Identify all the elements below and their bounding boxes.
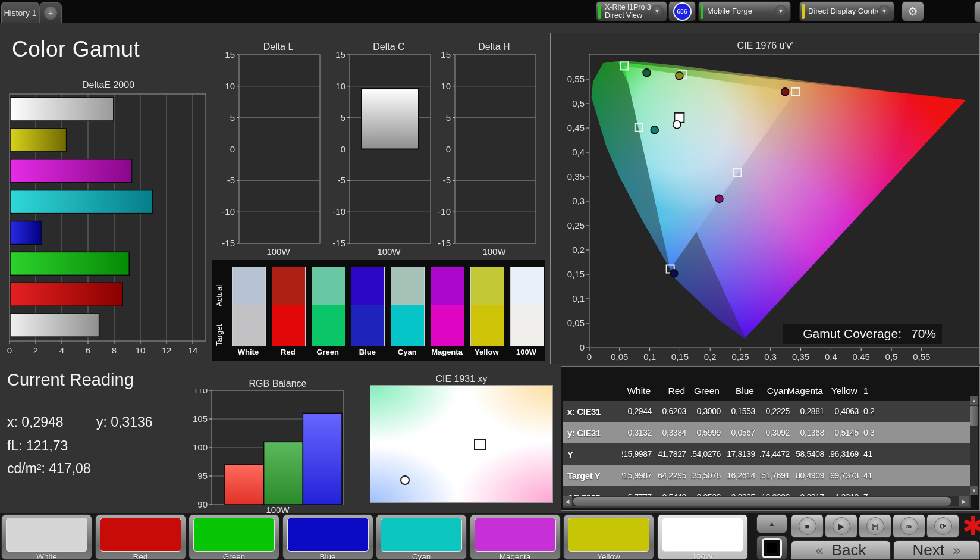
svg-text:8: 8: [112, 345, 117, 355]
page-title: Color Gamut: [12, 37, 140, 62]
swatch-label: Red: [271, 348, 305, 356]
horizontal-scroll-thumb[interactable]: [573, 497, 951, 506]
next-button[interactable]: Next »: [893, 540, 980, 560]
add-tab-button[interactable]: +: [39, 2, 62, 23]
scroll-right-button[interactable]: ▶: [959, 496, 969, 506]
swatch-actual: [391, 267, 424, 305]
table-cell-partial: 41: [863, 443, 884, 465]
vertical-scroll-thumb[interactable]: [970, 406, 978, 426]
loop-button[interactable]: ∞: [893, 514, 925, 538]
pattern-label: Cyan: [376, 552, 466, 560]
table-cell: 0,3132: [622, 422, 657, 443]
swatch-compare-panel: Actual Target WhiteRedGreenBlueCyanMagen…: [212, 260, 545, 361]
svg-text:0,15: 0,15: [567, 269, 585, 279]
pattern-button-100w[interactable]: 100W: [657, 514, 748, 560]
pattern-button-green[interactable]: Green: [189, 514, 279, 560]
table-cell-partial: 0,3: [863, 422, 884, 443]
row-label: x: CIE31: [563, 401, 622, 422]
collapse-button[interactable]: ▲: [756, 514, 787, 533]
current-reading-title: Current Reading: [7, 370, 134, 390]
svg-text:-15: -15: [438, 238, 451, 246]
measure-marker-green: [643, 69, 651, 77]
swatch-actual: [312, 267, 345, 305]
pattern-button-yellow[interactable]: Yellow: [563, 514, 654, 560]
svg-text:110: 110: [193, 389, 208, 395]
meter-id-button[interactable]: 686: [668, 1, 696, 21]
partial-button[interactable]: [974, 1, 980, 23]
measure-marker-red: [781, 88, 789, 96]
scroll-up-button[interactable]: ▲: [970, 396, 978, 405]
scroll-left-button[interactable]: ◀: [563, 496, 572, 506]
reading-x: x: 0,2948: [7, 414, 64, 430]
table-cell: 0,3092: [760, 422, 794, 443]
display-control-dropdown[interactable]: Direct Display Control ▼: [799, 1, 894, 21]
chevron-down-icon: ▼: [878, 5, 891, 18]
pattern-swatch: [662, 518, 743, 552]
chevron-down-icon: ▼: [774, 5, 787, 18]
svg-text:0,25: 0,25: [731, 352, 749, 362]
svg-text:0,55: 0,55: [567, 74, 585, 84]
table-vertical-scrollbar[interactable]: ▲ ▼: [970, 396, 978, 495]
table-cell-partial: 0,2: [863, 401, 884, 422]
svg-text:0: 0: [587, 352, 592, 362]
svg-text:14: 14: [188, 345, 198, 355]
delta-h-title: Delta H: [434, 42, 537, 52]
swatch-label: 100W: [510, 348, 544, 356]
swatch-green: [312, 267, 345, 346]
scroll-down-button[interactable]: ▼: [970, 486, 978, 495]
cie1976-chart: 0,550,50,450,40,350,30,250,20,150,10,050…: [551, 33, 979, 364]
svg-text:5: 5: [341, 112, 345, 123]
swatch-blue: [351, 267, 385, 346]
pattern-swatch: [193, 518, 275, 552]
svg-text:-5: -5: [338, 175, 345, 185]
table-cell: 199,7373: [829, 465, 863, 486]
measuring-indicator-icon: ✱: [962, 513, 980, 539]
table-cell: 215,9987: [622, 465, 657, 486]
reading-y: y: 0,3136: [96, 414, 153, 430]
table-cell: 0,2881: [794, 401, 829, 422]
refresh-icon: ⟳: [934, 517, 952, 535]
svg-text:10: 10: [225, 81, 235, 91]
pattern-button-red[interactable]: Red: [95, 514, 186, 560]
pattern-window-button[interactable]: [756, 536, 787, 560]
pattern-swatch: [568, 518, 649, 552]
row-label: Y: [563, 443, 622, 465]
row-label: Target Y: [563, 465, 622, 486]
pattern-button-white[interactable]: White: [1, 514, 92, 560]
pattern-button-magenta[interactable]: Magenta: [470, 514, 561, 560]
chevron-right-icon: »: [953, 542, 960, 559]
settings-button[interactable]: ⚙: [902, 1, 924, 21]
source-status-stripe: [701, 4, 703, 19]
stop-button[interactable]: ■: [791, 514, 824, 538]
svg-text:10: 10: [441, 81, 451, 91]
swatch-actual: [233, 267, 265, 305]
svg-text:0,5: 0,5: [572, 98, 585, 108]
swatch-target: [312, 305, 345, 346]
swatch-100w: [510, 267, 544, 346]
meter-name: X-Rite i1Pro 3: [605, 3, 651, 11]
delta-h-chart: 151050-5-10-15: [434, 52, 538, 246]
pattern-button-cyan[interactable]: Cyan: [376, 514, 467, 560]
table-cell: 41,7827: [657, 443, 691, 465]
measure-marker-blue: [670, 270, 678, 277]
svg-text:0: 0: [7, 345, 12, 355]
svg-text:-10: -10: [438, 207, 451, 217]
swatch-target: [233, 305, 265, 346]
pattern-button-blue[interactable]: Blue: [282, 514, 373, 560]
pattern-swatch: [6, 518, 87, 552]
source-dropdown[interactable]: Mobile Forge ▼: [698, 1, 791, 21]
cie1931-chart: [370, 385, 553, 503]
svg-text:0: 0: [341, 144, 345, 154]
tab-history[interactable]: History 1: [1, 2, 39, 23]
measure-marker-magenta: [715, 195, 723, 202]
swatch-target: [431, 305, 464, 346]
refresh-button[interactable]: ⟳: [926, 514, 959, 538]
play-button[interactable]: ▶: [825, 514, 857, 538]
series-button[interactable]: [··]: [859, 514, 891, 538]
column-header-red: Red: [657, 367, 691, 401]
cie1931-measure-marker: [400, 475, 410, 485]
stop-icon: ■: [799, 517, 816, 535]
back-button[interactable]: « Back: [791, 540, 891, 560]
table-horizontal-scrollbar[interactable]: ◀ ▶: [563, 496, 969, 506]
meter-dropdown[interactable]: X-Rite i1Pro 3 Direct View ▼: [596, 1, 667, 21]
